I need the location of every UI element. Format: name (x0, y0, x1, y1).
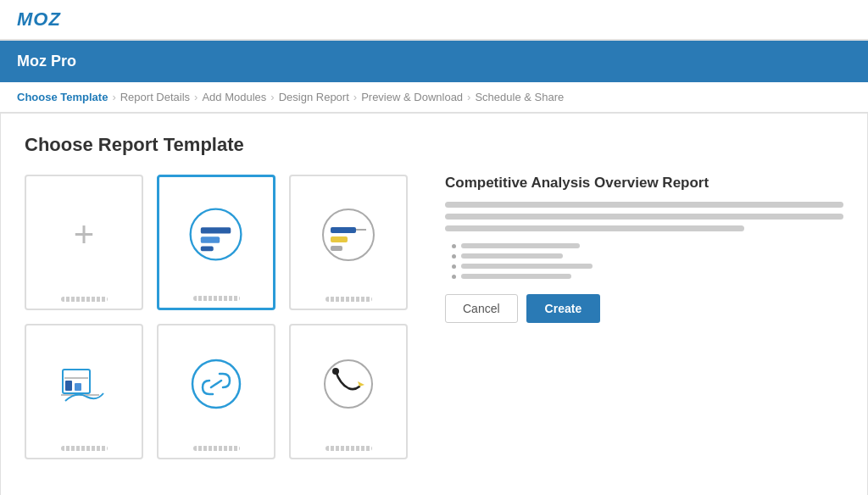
bullet-line-2 (452, 253, 843, 259)
breadcrumb-preview-download[interactable]: Preview & Download (361, 91, 463, 103)
svg-point-0 (191, 209, 242, 260)
desc-line-2 (445, 214, 843, 220)
top-bar: MOZ (0, 0, 868, 41)
competitive-template-label (159, 294, 273, 303)
competitive-template-icon (159, 177, 273, 292)
bullet-bar-2 (461, 253, 563, 259)
svg-rect-5 (331, 227, 356, 233)
bullet-line-4 (452, 274, 843, 279)
svg-rect-11 (65, 381, 72, 391)
template-card-analytics[interactable] (25, 324, 143, 459)
template-card-mixed[interactable] (289, 175, 408, 310)
bullet-dot-2 (452, 254, 456, 259)
breadcrumb-choose-template[interactable]: Choose Template (17, 91, 108, 103)
bullet-line-1 (452, 243, 843, 248)
analytics-template-label (26, 444, 142, 453)
desc-line-3 (445, 225, 744, 231)
breadcrumb: Choose Template › Report Details › Add M… (0, 82, 868, 113)
svg-rect-1 (201, 227, 231, 233)
breadcrumb-report-details[interactable]: Report Details (120, 91, 190, 103)
svg-point-4 (323, 209, 374, 260)
svg-line-15 (211, 381, 221, 387)
bullet-bar-3 (461, 264, 593, 269)
blank-template-icon: + (26, 176, 142, 293)
breadcrumb-sep-4: › (353, 91, 357, 103)
svg-rect-6 (331, 236, 348, 242)
template-card-funnel[interactable] (289, 324, 408, 459)
blank-template-label (26, 295, 142, 303)
breadcrumb-sep-2: › (194, 91, 198, 103)
side-panel-title: Competitive Analysis Overview Report (445, 175, 843, 192)
breadcrumb-sep-5: › (467, 91, 470, 103)
template-card-link[interactable] (157, 324, 275, 459)
main-content: Choose Report Template + (0, 113, 868, 495)
link-template-icon (159, 325, 274, 442)
side-panel: Competitive Analysis Overview Report (428, 175, 843, 459)
template-card-competitive[interactable] (157, 175, 275, 310)
funnel-template-label (291, 444, 406, 453)
header-bar: Moz Pro (0, 41, 868, 82)
cancel-button[interactable]: Cancel (445, 294, 518, 323)
bullet-bar-1 (461, 243, 580, 248)
svg-rect-2 (201, 236, 220, 242)
svg-point-16 (325, 360, 372, 408)
svg-rect-12 (75, 383, 81, 391)
breadcrumb-schedule-share[interactable]: Schedule & Share (475, 91, 564, 103)
action-buttons: Cancel Create (445, 294, 843, 323)
desc-line-1 (445, 202, 843, 208)
app-title: Moz Pro (17, 53, 76, 70)
template-card-blank[interactable]: + (25, 175, 143, 310)
breadcrumb-sep-3: › (270, 91, 274, 103)
breadcrumb-sep-1: › (112, 91, 115, 103)
bullet-line-3 (452, 264, 843, 269)
description-lines (445, 202, 843, 231)
svg-point-17 (332, 368, 339, 375)
create-button[interactable]: Create (526, 294, 601, 323)
breadcrumb-add-modules[interactable]: Add Modules (202, 91, 266, 103)
bullet-dot-4 (452, 275, 456, 279)
page-title: Choose Report Template (25, 134, 843, 156)
analytics-template-icon (26, 325, 142, 442)
svg-rect-3 (201, 247, 214, 252)
bullet-bar-4 (461, 274, 571, 279)
bullet-dot-3 (452, 264, 456, 269)
mixed-template-label (291, 295, 406, 303)
bullet-lines (452, 243, 843, 279)
templates-grid: + (25, 175, 408, 459)
link-template-label (159, 444, 274, 453)
svg-rect-7 (331, 246, 342, 251)
mixed-template-icon (291, 176, 406, 293)
moz-logo: MOZ (17, 8, 61, 31)
templates-area: + (25, 175, 843, 459)
bullet-dot-1 (452, 244, 456, 248)
funnel-template-icon (291, 325, 406, 442)
breadcrumb-design-report[interactable]: Design Report (279, 91, 349, 103)
